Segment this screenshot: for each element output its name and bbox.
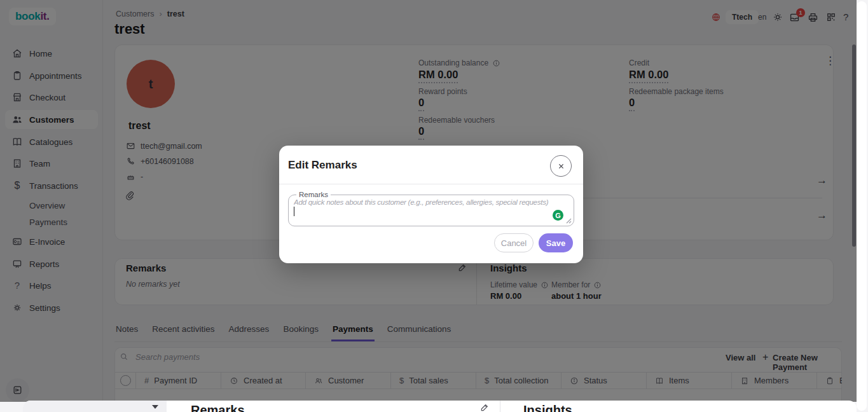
close-button[interactable] bbox=[550, 155, 572, 177]
bottom-insights-title: Insights bbox=[523, 403, 572, 412]
grammarly-icon[interactable]: G bbox=[553, 210, 563, 221]
save-button[interactable]: Save bbox=[539, 233, 573, 252]
scrollbar-track[interactable] bbox=[857, 1, 867, 411]
remarks-field-label: Remarks bbox=[296, 191, 331, 198]
cancel-button[interactable]: Cancel bbox=[494, 233, 534, 252]
resize-handle[interactable] bbox=[566, 218, 572, 224]
dropdown-triangle-icon[interactable] bbox=[152, 405, 158, 409]
modal-divider bbox=[279, 184, 583, 184]
bottom-strip: Remarks Insights bbox=[23, 401, 857, 412]
text-caret bbox=[294, 207, 294, 216]
edit-remarks-pencil-icon[interactable] bbox=[479, 402, 490, 412]
remarks-textarea[interactable] bbox=[294, 198, 568, 217]
edit-remarks-modal: Edit Remarks Remarks G Cancel Save bbox=[279, 146, 583, 263]
bottom-strip-left-panel bbox=[23, 401, 167, 412]
scrollbar-thumb[interactable] bbox=[852, 45, 856, 247]
close-icon bbox=[556, 161, 566, 171]
modal-title: Edit Remarks bbox=[288, 159, 357, 172]
bottom-remarks-title: Remarks bbox=[191, 403, 245, 412]
strip-divider bbox=[500, 401, 500, 412]
remarks-field: Remarks G bbox=[288, 191, 574, 226]
